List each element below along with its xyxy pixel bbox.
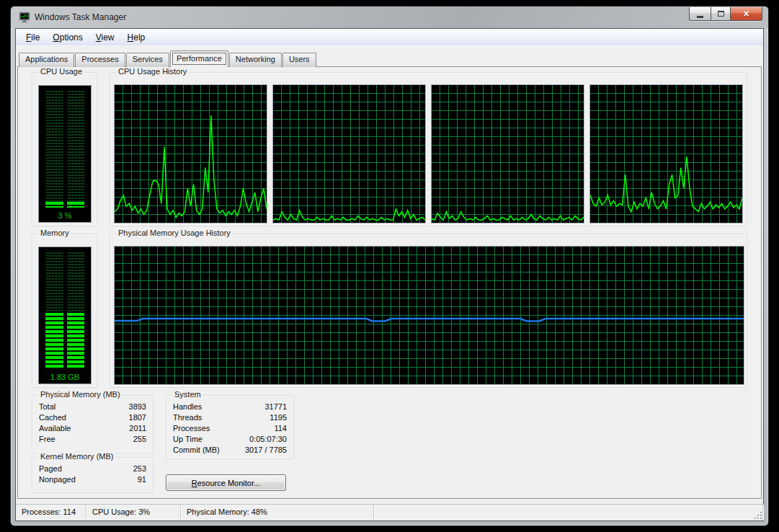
cpu-usage-group: CPU Usage 3 % — [32, 72, 97, 226]
cpu-history-graph-core4 — [589, 84, 743, 223]
stat-row: Total3893 — [39, 402, 146, 412]
stat-row: Processes114 — [173, 423, 287, 434]
stat-row: Commit (MB)3017 / 7785 — [173, 445, 287, 456]
cpu-usage-gauge: 3 % — [38, 85, 92, 223]
tab-strip: Applications Processes Services Performa… — [17, 50, 317, 67]
tab-networking[interactable]: Networking — [229, 53, 282, 67]
window-controls: ✕ — [689, 7, 762, 21]
stat-row: Paged253 — [39, 464, 146, 474]
menu-bar: File Options View Help — [16, 29, 763, 46]
cpu-history-group: CPU Usage History — [110, 72, 747, 226]
close-button[interactable]: ✕ — [731, 7, 762, 21]
stat-row: Available2011 — [39, 423, 146, 434]
status-cpu-usage: CPU Usage: 3% — [86, 505, 181, 520]
menu-help[interactable]: Help — [121, 30, 152, 45]
physical-memory-group-label: Physical Memory (MB) — [38, 390, 123, 399]
memory-history-group: Physical Memory Usage History — [110, 234, 747, 388]
system-group: System Handles31771 Threads1195 Processe… — [166, 395, 294, 459]
kernel-memory-group: Kernel Memory (MB) Paged253 Nonpaged91 — [32, 457, 153, 493]
tab-applications[interactable]: Applications — [19, 53, 74, 67]
client-area: File Options View Help Applications Proc… — [15, 28, 764, 521]
tab-users[interactable]: Users — [282, 53, 316, 67]
stat-row: Up Time0:05:07:30 — [173, 434, 287, 445]
close-icon: ✕ — [743, 9, 749, 19]
cpu-usage-group-label: CPU Usage — [38, 67, 84, 76]
status-empty-section — [374, 505, 763, 520]
memory-history-group-label: Physical Memory Usage History — [116, 229, 233, 237]
memory-group-label: Memory — [38, 229, 71, 237]
memory-group: Memory 1.83 GB — [32, 234, 97, 388]
stat-row: Cached1807 — [39, 412, 146, 423]
maximize-button[interactable] — [711, 7, 731, 21]
cpu-history-graph-core1 — [114, 84, 267, 223]
memory-history-graph — [114, 246, 744, 385]
task-manager-window: Windows Task Manager ✕ File Options View… — [10, 6, 769, 526]
stat-row: Nonpaged91 — [39, 474, 146, 485]
resource-monitor-button[interactable]: Resource Monitor... — [166, 474, 286, 491]
minimize-button[interactable] — [689, 7, 711, 21]
tab-processes[interactable]: Processes — [75, 53, 125, 67]
cpu-history-graph-core2 — [272, 84, 426, 223]
stat-row: Threads1195 — [173, 412, 287, 423]
memory-gauge: 1.83 GB — [38, 247, 92, 384]
status-physical-memory: Physical Memory: 48% — [181, 505, 374, 520]
app-icon[interactable] — [19, 12, 30, 23]
memory-gauge-value: 1.83 GB — [39, 373, 91, 381]
menu-file[interactable]: File — [19, 30, 46, 45]
stat-row: Handles31771 — [173, 402, 287, 412]
window-title: Windows Task Manager — [35, 12, 126, 22]
tab-performance[interactable]: Performance — [170, 50, 228, 67]
tab-services[interactable]: Services — [126, 53, 169, 67]
menu-options[interactable]: Options — [46, 30, 89, 45]
cpu-gauge-columns — [45, 91, 84, 208]
kernel-memory-group-label: Kernel Memory (MB) — [38, 452, 115, 461]
status-bar: Processes: 114 CPU Usage: 3% Physical Me… — [16, 504, 763, 520]
stat-row: Free255 — [39, 434, 146, 445]
physical-memory-group: Physical Memory (MB) Total3893 Cached180… — [32, 395, 153, 453]
cpu-history-group-label: CPU Usage History — [116, 67, 189, 76]
title-bar[interactable]: Windows Task Manager ✕ — [11, 6, 768, 28]
cpu-gauge-value: 3 % — [39, 211, 91, 220]
minimize-icon — [697, 16, 703, 18]
cpu-history-graph-core3 — [431, 84, 584, 223]
status-processes: Processes: 114 — [16, 505, 86, 520]
performance-tab-page: CPU Usage 3 % CPU Usage History Mem — [17, 66, 762, 499]
resize-grip[interactable] — [752, 510, 762, 519]
memory-gauge-columns — [45, 252, 84, 369]
maximize-icon — [718, 11, 724, 17]
system-group-label: System — [172, 390, 203, 399]
menu-view[interactable]: View — [89, 30, 121, 45]
